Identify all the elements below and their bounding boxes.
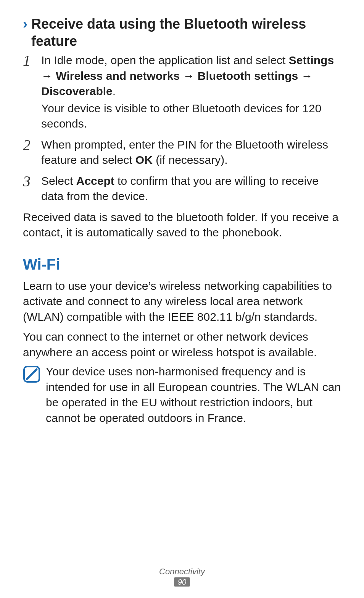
- step-bold-text: Discoverable: [41, 85, 113, 97]
- step-number: 3: [23, 171, 31, 192]
- step-subtext: Your device is visible to other Bluetoot…: [41, 101, 341, 132]
- step-body: In Idle mode, open the application list …: [41, 54, 334, 97]
- step-bold-text: Bluetooth settings: [198, 69, 298, 82]
- arrow-separator: →: [41, 69, 56, 82]
- steps-list: 1In Idle mode, open the application list…: [23, 53, 341, 204]
- arrow-separator: →: [298, 69, 312, 82]
- step-text: .: [113, 85, 116, 97]
- step-text: In Idle mode, open the application list …: [41, 54, 289, 66]
- step-body: When prompted, enter the PIN for the Blu…: [41, 138, 328, 166]
- note-row: Your device uses non-harmonised frequenc…: [23, 364, 341, 426]
- step-number: 1: [23, 50, 31, 71]
- step-number: 2: [23, 135, 31, 155]
- note-text: Your device uses non-harmonised frequenc…: [46, 364, 341, 426]
- step-item: 3Select Accept to confirm that you are w…: [23, 173, 341, 204]
- page-number-badge: 90: [174, 577, 190, 587]
- step-bold-text: Accept: [76, 175, 114, 187]
- chevron-icon: ›: [23, 15, 27, 32]
- wifi-paragraph-1: Learn to use your device’s wireless netw…: [23, 278, 341, 325]
- note-icon: [23, 365, 40, 385]
- step-item: 2When prompted, enter the PIN for the Bl…: [23, 137, 341, 168]
- wifi-paragraph-2: You can connect to the internet or other…: [23, 329, 341, 360]
- step-text: (if necessary).: [153, 154, 228, 166]
- subsection-heading-text: Receive data using the Bluetooth wireles…: [31, 15, 341, 50]
- step-bold-text: Settings: [289, 54, 334, 66]
- footer-section-label: Connectivity: [0, 567, 364, 577]
- page-footer: Connectivity 90: [0, 567, 364, 587]
- wifi-heading: Wi-Fi: [23, 256, 341, 273]
- subsection-heading: › Receive data using the Bluetooth wirel…: [23, 15, 341, 50]
- step-text: Select: [41, 175, 76, 187]
- step-body: Select Accept to confirm that you are wi…: [41, 175, 319, 203]
- step-bold-text: OK: [135, 154, 153, 166]
- step-item: 1In Idle mode, open the application list…: [23, 53, 341, 132]
- after-steps-text: Received data is saved to the bluetooth …: [23, 210, 341, 241]
- arrow-separator: →: [180, 69, 198, 82]
- step-bold-text: Wireless and networks: [56, 69, 180, 82]
